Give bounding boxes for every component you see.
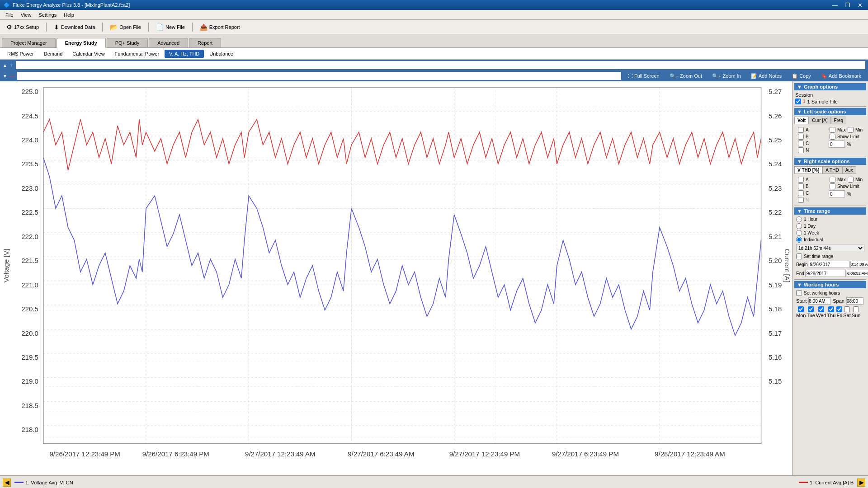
title-bar: 🔷 Fluke Energy Analyze Plus 3.8 - [Mixin…: [0, 0, 868, 10]
right-scale-tab-athd[interactable]: A THD: [822, 166, 842, 174]
begin-time-input[interactable]: [850, 261, 868, 268]
download-data-button[interactable]: ⬇ Download Data: [50, 22, 99, 32]
set-working-hours-row: Set working hours: [794, 290, 866, 296]
full-screen-button[interactable]: ⛶ Full Screen: [624, 72, 664, 80]
copy-button[interactable]: 📋 Copy: [788, 72, 815, 80]
subtab-calendar-view[interactable]: Calendar View: [68, 50, 109, 58]
minimize-button[interactable]: —: [830, 1, 840, 9]
time-range-header[interactable]: ▼ Time range: [794, 207, 866, 215]
zoom-in-button[interactable]: 🔍+ Zoom In: [708, 72, 745, 80]
new-file-button[interactable]: 📄 New File: [152, 22, 189, 32]
svg-text:9/27/2017 6:23:49 AM: 9/27/2017 6:23:49 AM: [348, 450, 414, 458]
set-working-hours-checkbox[interactable]: [796, 290, 802, 296]
zoom-in-label: Zoom In: [722, 73, 741, 79]
span-input[interactable]: [846, 297, 863, 305]
time-range-1day: 1 Day: [794, 223, 866, 230]
tab-energy-study[interactable]: Energy Study: [57, 38, 106, 48]
divider-1: [794, 106, 866, 107]
notes-title-input[interactable]: Notes example: [17, 72, 621, 80]
overview-expand-icon[interactable]: ▲: [3, 63, 7, 68]
left-limit-input[interactable]: [829, 141, 845, 148]
menu-file[interactable]: File: [2, 11, 17, 19]
current-legend: 1: Current Avg [A] B: [799, 480, 854, 485]
file-row: 1 1 Sample File: [794, 98, 866, 105]
left-limit-value: %: [828, 140, 864, 148]
notes-section-bar: ▼ — Notes example ⛶ Full Screen 🔍− Zoom …: [0, 70, 868, 81]
subtab-demand[interactable]: Demand: [39, 50, 67, 58]
time-range-label: Time range: [804, 208, 830, 214]
chart-area: 225.0 224.5 224.0 223.5 223.0 222.5 222.…: [0, 81, 792, 475]
set-time-range-checkbox[interactable]: [796, 253, 802, 259]
left-scale-tab-freq[interactable]: Freq: [831, 117, 847, 124]
tab-advanced[interactable]: Advanced: [149, 38, 188, 47]
menu-view[interactable]: View: [17, 11, 35, 19]
tab-report[interactable]: Report: [189, 38, 221, 47]
voltage-legend-label: 1: Voltage Avg [V] CN: [25, 480, 73, 485]
svg-text:5.15: 5.15: [769, 377, 782, 385]
subtab-unbalance[interactable]: Unbalance: [205, 50, 238, 58]
begin-date-input[interactable]: [809, 261, 849, 268]
download-icon: ⬇: [54, 23, 59, 31]
right-limit-input[interactable]: [829, 190, 845, 197]
right-ch-b: B: [796, 183, 826, 190]
subtab-fundamental-power[interactable]: Fundamental Power: [110, 50, 164, 58]
maximize-button[interactable]: ❐: [843, 1, 852, 9]
export-report-button[interactable]: 📤 Export Report: [196, 22, 244, 32]
left-scale-controls: A B C N Max Min Show Limit %: [794, 126, 866, 155]
notes-expand-icon[interactable]: ▼: [0, 74, 10, 79]
add-bookmark-button[interactable]: 🔖 Add Bookmark: [817, 72, 865, 80]
tab-bar: Project Manager Energy Study PQ+ Study A…: [0, 34, 868, 48]
overview-title-input[interactable]: V, A, Hz, THD overview table: [16, 61, 865, 69]
subtab-rms-power[interactable]: RMS Power: [3, 50, 38, 58]
right-scale-tab-vthd[interactable]: V THD [%]: [794, 166, 822, 174]
zoom-out-button[interactable]: 🔍− Zoom Out: [665, 72, 706, 80]
right-scale-header[interactable]: ▼ Right scale options: [794, 158, 866, 165]
add-notes-button[interactable]: 📝 Add Notes: [747, 72, 786, 80]
main-toolbar: ⚙ 17xx Setup ⬇ Download Data 📂 Open File…: [0, 20, 868, 34]
tab-project-manager[interactable]: Project Manager: [2, 38, 56, 47]
chart-svg: 225.0 224.5 224.0 223.5 223.0 222.5 222.…: [0, 81, 792, 475]
separator-3: [148, 23, 149, 32]
day-mon: Mon: [796, 306, 806, 318]
day-thu: Thu: [827, 306, 835, 318]
session-row: Session: [794, 92, 866, 98]
tab-pq-study[interactable]: PQ+ Study: [107, 38, 148, 47]
working-hours-expand: ▼: [797, 282, 802, 287]
begin-label: Begin: [796, 262, 808, 267]
17xx-setup-button[interactable]: ⚙ 17xx Setup: [3, 22, 42, 32]
working-hours-header[interactable]: ▼ Working hours: [794, 281, 866, 288]
nav-left-arrow[interactable]: ◀: [3, 479, 11, 487]
end-time-input[interactable]: [847, 270, 868, 277]
open-file-button[interactable]: 📂 Open File: [106, 22, 145, 32]
graph-options-header[interactable]: ▼ Graph options: [794, 83, 866, 90]
day-fri: Fri: [836, 306, 842, 318]
subtab-v-a-hz-thd[interactable]: V, A, Hz, THD: [165, 50, 204, 58]
start-time-input[interactable]: [808, 297, 831, 305]
working-hours-label: Working hours: [804, 282, 839, 287]
left-scale-tab-volt[interactable]: Volt: [794, 117, 809, 124]
nav-right-arrow[interactable]: ▶: [857, 479, 865, 487]
svg-text:5.24: 5.24: [769, 160, 782, 168]
left-scale-label: Left scale options: [804, 109, 846, 114]
menu-help[interactable]: Help: [60, 11, 78, 19]
menu-settings[interactable]: Settings: [35, 11, 60, 19]
title-bar-title: Fluke Energy Analyze Plus 3.8 - [MixingP…: [13, 2, 130, 8]
voltage-legend: 1: Voltage Avg [V] CN: [14, 480, 73, 485]
add-bookmark-icon: 🔖: [821, 73, 827, 79]
title-bar-controls[interactable]: — ❐ ✕: [830, 1, 864, 9]
open-label: Open File: [119, 24, 141, 30]
close-button[interactable]: ✕: [856, 1, 864, 9]
svg-text:219.5: 219.5: [21, 353, 38, 361]
add-bookmark-label: Add Bookmark: [829, 73, 861, 79]
left-scale-tab-curr[interactable]: Curr [A]: [809, 117, 830, 124]
left-scale-header[interactable]: ▼ Left scale options: [794, 108, 866, 115]
right-scale-label: Right scale options: [804, 159, 849, 164]
divider-2: [794, 156, 866, 156]
file-checkbox[interactable]: [795, 99, 801, 104]
zoom-out-label: Zoom Out: [680, 73, 702, 79]
right-scale-tab-aux[interactable]: Aux: [842, 166, 856, 174]
time-range-select[interactable]: 1d 21h 52m 44s: [796, 244, 864, 252]
end-date-input[interactable]: [805, 270, 846, 277]
svg-text:222.0: 222.0: [21, 233, 38, 240]
svg-text:220.0: 220.0: [21, 329, 38, 337]
